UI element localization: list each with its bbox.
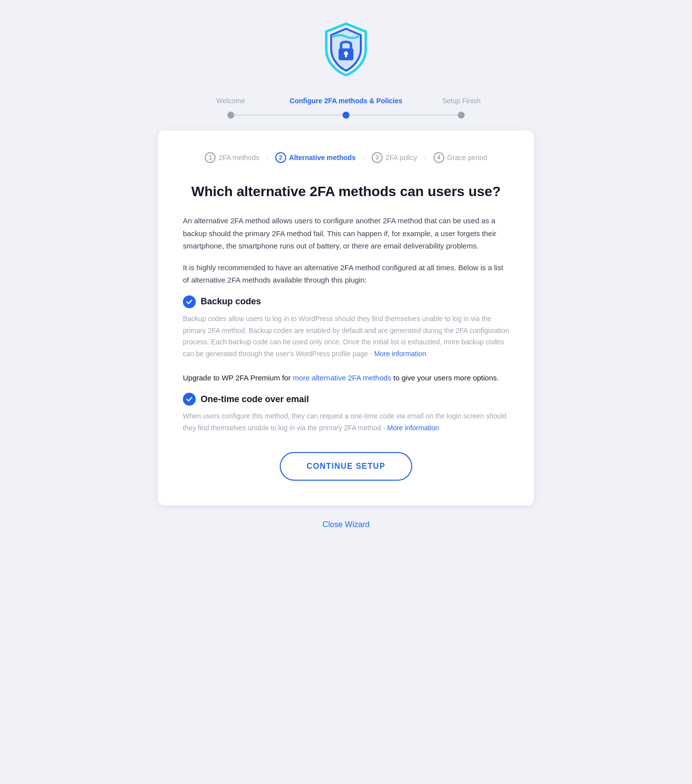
- backup-codes-description: Backup codes allow users to log in to Wo…: [183, 313, 509, 360]
- email-method-section: One-time code over email When users conf…: [183, 393, 509, 434]
- sub-tab-alternative-number: 2: [275, 152, 286, 163]
- backup-codes-more-info-link[interactable]: More information: [374, 350, 426, 358]
- tab-separator-3: ›: [422, 154, 429, 162]
- dot-welcome: [173, 112, 288, 119]
- description-1: An alternative 2FA method allows users t…: [183, 214, 509, 252]
- main-card: 1 2FA methods › 2 Alternative methods › …: [158, 130, 534, 505]
- step-configure: Configure 2FA methods & Policies: [288, 97, 403, 109]
- logo: [319, 20, 373, 81]
- backup-codes-header: Backup codes: [183, 295, 509, 308]
- tab-separator-1: ›: [264, 154, 270, 162]
- dot-finish: [404, 112, 519, 119]
- dot-configure-circle: [343, 112, 349, 119]
- close-wizard-link[interactable]: Close Wizard: [322, 520, 369, 529]
- sub-tab-policy-label: 2FA policy: [386, 154, 417, 162]
- sub-tab-grace-label: Grace period: [447, 154, 487, 162]
- page-title: Which alternative 2FA methods can users …: [183, 183, 509, 201]
- step-configure-label: Configure 2FA methods & Policies: [290, 97, 402, 105]
- backup-codes-title: Backup codes: [201, 296, 261, 307]
- backup-codes-section: Backup codes Backup codes allow users to…: [183, 295, 509, 360]
- sub-tab-grace[interactable]: 4 Grace period: [432, 150, 488, 165]
- step-finish-label: Setup Finish: [442, 97, 480, 105]
- email-method-more-info-link[interactable]: More information: [387, 424, 439, 432]
- sub-tab-policy-number: 3: [372, 152, 383, 163]
- dot-welcome-circle: [227, 112, 234, 119]
- wizard-dots: [173, 112, 519, 119]
- email-method-header: One-time code over email: [183, 393, 509, 406]
- backup-codes-check-icon: [183, 295, 196, 308]
- step-welcome-label: Welcome: [216, 97, 245, 105]
- sub-tab-alternative[interactable]: 2 Alternative methods: [274, 150, 357, 165]
- upgrade-link[interactable]: more alternative 2FA methods: [293, 373, 391, 382]
- description-2: It is highly recommended to have an alte…: [183, 261, 509, 287]
- sub-tab-2fa-methods-label: 2FA methods: [218, 154, 259, 162]
- sub-tab-grace-number: 4: [433, 152, 444, 163]
- email-method-check-icon: [183, 393, 196, 406]
- step-welcome: Welcome: [173, 97, 288, 109]
- sub-tab-alternative-label: Alternative methods: [289, 154, 356, 162]
- email-method-title: One-time code over email: [201, 394, 309, 405]
- upgrade-notice: Upgrade to WP 2FA Premium for more alter…: [183, 372, 509, 384]
- tab-separator-2: ›: [360, 154, 367, 162]
- svg-rect-2: [345, 54, 347, 57]
- sub-tab-2fa-methods-number: 1: [205, 152, 216, 163]
- dot-finish-circle: [458, 112, 465, 119]
- sub-tab-2fa-methods[interactable]: 1 2FA methods: [204, 150, 260, 165]
- email-method-description: When users configure this method, they c…: [183, 411, 509, 434]
- dot-configure: [288, 112, 403, 119]
- wizard-steps: Welcome Configure 2FA methods & Policies…: [173, 97, 519, 109]
- sub-tabs: 1 2FA methods › 2 Alternative methods › …: [183, 150, 509, 165]
- step-finish: Setup Finish: [404, 97, 519, 109]
- sub-tab-policy[interactable]: 3 2FA policy: [371, 150, 418, 165]
- continue-setup-button[interactable]: CONTINUE SETUP: [280, 452, 412, 481]
